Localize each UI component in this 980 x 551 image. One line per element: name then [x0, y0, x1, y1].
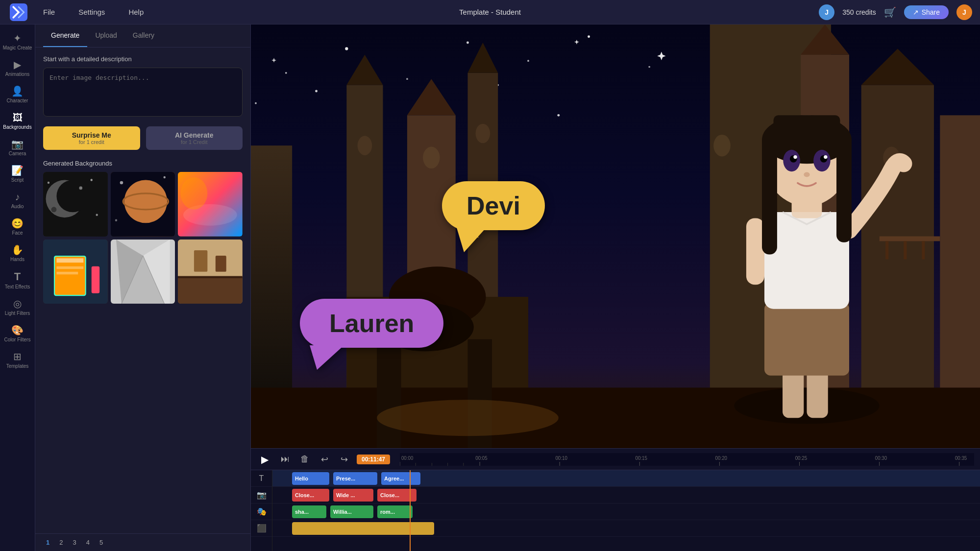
sidebar-item-audio[interactable]: ♪ Audio — [0, 187, 35, 214]
svg-marker-108 — [310, 345, 344, 370]
page-num-5[interactable]: 5 — [97, 538, 106, 547]
svg-rect-93 — [746, 218, 764, 285]
color-filters-icon: 🎨 — [11, 325, 24, 335]
sidebar-item-label-camera: Camera — [9, 151, 26, 157]
sidebar-item-animations[interactable]: ▶ Animations — [0, 55, 35, 81]
svg-point-13 — [163, 176, 165, 178]
share-icon: ↗ — [913, 8, 919, 16]
sidebar-item-character[interactable]: 👤 Character — [0, 81, 35, 108]
sidebar-item-label-script: Script — [11, 177, 24, 183]
background-thumb-book[interactable] — [43, 240, 108, 304]
user-avatar-j[interactable]: J — [819, 4, 834, 20]
background-thumb-moon[interactable] — [43, 172, 108, 237]
svg-rect-34 — [194, 250, 207, 272]
sidebar-item-templates[interactable]: ⊞ Templates — [0, 347, 35, 373]
sidebar-item-light-filters[interactable]: ◎ Light Filters — [0, 294, 35, 320]
tooltip-lauren: Lauren — [300, 299, 443, 348]
image-description-input[interactable] — [43, 68, 243, 117]
audio-icon: ♪ — [15, 192, 20, 202]
backgrounds-icon: 🖼 — [13, 113, 23, 122]
skip-end-button[interactable]: ⏭ — [278, 453, 292, 466]
svg-rect-35 — [216, 256, 226, 272]
cart-icon[interactable]: 🛒 — [884, 6, 896, 18]
svg-rect-83 — [251, 387, 980, 448]
svg-rect-33 — [178, 240, 243, 277]
svg-point-45 — [648, 66, 650, 68]
app-logo[interactable] — [8, 1, 29, 23]
text-effects-icon: T — [14, 271, 21, 282]
svg-rect-22 — [56, 266, 83, 269]
svg-rect-32 — [178, 277, 243, 304]
light-filters-icon: ◎ — [13, 299, 22, 309]
script-icon: 📝 — [11, 166, 24, 175]
clip-close2[interactable]: Close... — [377, 489, 416, 502]
nav-file[interactable]: File — [39, 6, 59, 18]
sidebar-item-backgrounds[interactable]: 🖼 Backgrounds — [0, 108, 35, 134]
svg-point-66 — [423, 147, 440, 168]
sidebar-item-color-filters[interactable]: 🎨 Color Filters — [0, 320, 35, 347]
page-numbers: 1 2 3 4 5 — [35, 533, 250, 551]
delete-button[interactable]: 🗑 — [298, 453, 312, 466]
page-num-4[interactable]: 4 — [83, 538, 93, 547]
clip-hello[interactable]: Hello — [292, 472, 329, 485]
surprise-me-button[interactable]: Surprise Me for 1 credit — [43, 126, 140, 150]
tab-upload[interactable]: Upload — [87, 24, 124, 47]
clip-rom[interactable]: rom... — [377, 505, 413, 518]
svg-rect-80 — [885, 241, 888, 259]
nav-settings[interactable]: Settings — [74, 6, 109, 18]
svg-point-41 — [406, 78, 408, 80]
clip-sha[interactable]: sha... — [292, 505, 326, 518]
timecode-display: 00:11:47 — [357, 455, 390, 464]
sidebar-item-hands[interactable]: ✋ Hands — [0, 240, 35, 266]
redo-button[interactable]: ↪ — [337, 453, 351, 466]
page-num-1[interactable]: 1 — [43, 538, 52, 547]
nav-help[interactable]: Help — [124, 6, 147, 18]
ai-generate-button[interactable]: AI Generate for 1 Credit — [146, 126, 243, 150]
svg-point-46 — [255, 102, 257, 104]
svg-point-39 — [285, 72, 287, 74]
user-avatar-main[interactable]: J — [956, 4, 972, 20]
background-thumb-planet[interactable] — [111, 172, 175, 237]
page-num-2[interactable]: 2 — [56, 538, 66, 547]
share-button[interactable]: ↗ Share — [904, 5, 949, 19]
sidebar-item-label-templates: Templates — [6, 363, 29, 369]
sidebar-item-label-color-filters: Color Filters — [4, 337, 31, 343]
clip-close1[interactable]: Close... — [292, 489, 329, 502]
clip-agree[interactable]: Agree... — [381, 472, 420, 485]
tab-gallery[interactable]: Gallery — [125, 24, 162, 47]
svg-point-12 — [120, 181, 123, 185]
sidebar-item-magic-create[interactable]: ✦ Magic Create — [0, 28, 35, 55]
sidebar-item-label-magic-create: Magic Create — [3, 45, 32, 51]
tooltip-devi: Devi — [442, 181, 545, 230]
clip-prese[interactable]: Prese... — [333, 472, 377, 485]
sidebar-item-text-effects[interactable]: T Text Effects — [0, 266, 35, 294]
svg-rect-24 — [92, 266, 99, 293]
page-num-3[interactable]: 3 — [70, 538, 79, 547]
background-thumb-abstract[interactable] — [178, 172, 243, 237]
clip-bg[interactable] — [292, 522, 434, 535]
tab-generate[interactable]: Generate — [43, 24, 87, 47]
sidebar-item-face[interactable]: 😊 Face — [0, 214, 35, 240]
background-thumb-room[interactable] — [178, 240, 243, 304]
svg-text:00:10: 00:10 — [555, 455, 567, 460]
undo-button[interactable]: ↩ — [318, 453, 331, 466]
sidebar-item-camera[interactable]: 📷 Camera — [0, 134, 35, 161]
description-section-title: Start with a detailed description — [43, 55, 243, 63]
sidebar-item-label-backgrounds: Backgrounds — [3, 124, 31, 130]
clip-wide[interactable]: Wide ... — [333, 489, 373, 502]
clip-willia[interactable]: Willia... — [330, 505, 373, 518]
svg-text:00:15: 00:15 — [636, 455, 648, 460]
credits-display: 350 credits — [842, 8, 876, 16]
svg-text:00:30: 00:30 — [875, 455, 887, 460]
background-scene — [251, 24, 980, 448]
sidebar-item-script[interactable]: 📝 Script — [0, 161, 35, 187]
svg-point-6 — [91, 179, 93, 181]
track-icon-bg: ⬛ — [251, 520, 272, 537]
svg-point-17 — [181, 177, 208, 210]
svg-point-43 — [527, 60, 529, 62]
track-icons-column: T 📷 🎭 ⬛ — [251, 470, 272, 551]
background-thumb-corridor[interactable] — [111, 240, 175, 304]
camera-icon: 📷 — [11, 139, 24, 149]
svg-rect-79 — [880, 237, 940, 241]
play-button[interactable]: ▶ — [257, 452, 272, 467]
